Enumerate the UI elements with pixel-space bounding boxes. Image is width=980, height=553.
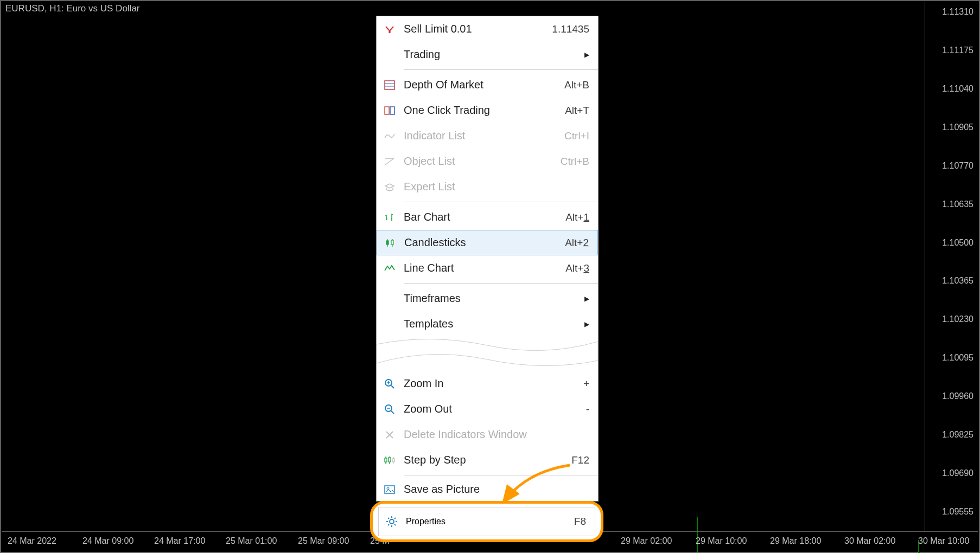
menu-trading[interactable]: Trading ▶ <box>377 42 598 67</box>
menu-shortcut: Alt+2 <box>565 237 589 249</box>
svg-line-6 <box>385 158 394 165</box>
svg-line-23 <box>391 411 394 414</box>
menu-indicator-list: Indicator List Ctrl+I <box>377 123 598 149</box>
menu-sell-limit[interactable]: Sell Limit 0.01 1.11435 <box>377 16 598 42</box>
menu-save-as-picture[interactable]: Save as Picture <box>377 478 598 501</box>
chart-title: EURUSD, H1: Euro vs US Dollar <box>5 3 140 14</box>
time-tick: 29 Mar 10:00 <box>696 536 747 546</box>
svg-line-19 <box>391 385 394 388</box>
chart-window: EURUSD, H1: Euro vs US Dollar 1.113101.1… <box>0 0 980 553</box>
menu-shortcut: Alt+1 <box>565 211 589 223</box>
price-tick: 1.10905 <box>942 123 973 132</box>
time-tick: 29 Mar 18:00 <box>770 536 821 546</box>
time-tick: 24 Mar 09:00 <box>82 536 133 546</box>
price-tick: 1.10770 <box>942 161 973 171</box>
menu-line-chart[interactable]: Line Chart Alt+3 <box>377 255 598 281</box>
object-list-icon <box>382 154 397 169</box>
menu-label: Indicator List <box>404 130 564 142</box>
menu-label: Candlesticks <box>404 236 565 249</box>
menu-depth-of-market[interactable]: Depth Of Market Alt+B <box>377 72 598 98</box>
price-axis: 1.113101.111751.110401.109051.107701.106… <box>925 2 978 531</box>
blank-icon <box>382 291 397 306</box>
svg-rect-17 <box>391 240 393 245</box>
menu-shortcut: Ctrl+I <box>564 130 589 142</box>
price-tick: 1.10095 <box>942 353 973 363</box>
menu-separator <box>404 283 598 284</box>
menu-zoom-out[interactable]: Zoom Out - <box>377 396 598 422</box>
menu-label: Templates <box>404 318 584 330</box>
submenu-arrow-icon: ▶ <box>584 320 589 328</box>
time-tick: 25 Mar 01:00 <box>226 536 277 546</box>
menu-candlesticks[interactable]: Candlesticks Alt+2 <box>377 230 598 255</box>
price-tick: 1.10230 <box>942 314 973 324</box>
menu-timeframes[interactable]: Timeframes ▶ <box>377 286 598 311</box>
menu-shortcut: Alt+3 <box>565 262 589 274</box>
chart-context-menu: Sell Limit 0.01 1.11435 Trading ▶ Depth … <box>376 16 599 501</box>
menu-label: Sell Limit 0.01 <box>404 23 552 35</box>
menu-templates[interactable]: Templates ▶ <box>377 311 598 337</box>
menu-shortcut: Ctrl+B <box>561 156 589 168</box>
blank-icon <box>382 47 397 62</box>
menu-label: Object List <box>404 155 561 168</box>
menu-label: Step by Step <box>404 454 571 466</box>
menu-bar-chart[interactable]: Bar Chart Alt+1 <box>377 204 598 230</box>
menu-label: One Click Trading <box>404 104 565 117</box>
menu-label: Save as Picture <box>404 483 589 496</box>
menu-zoom-in[interactable]: Zoom In + <box>377 371 598 396</box>
svg-rect-1 <box>385 81 394 89</box>
price-tick: 1.10365 <box>942 276 973 286</box>
time-axis: 24 Mar 202224 Mar 09:0024 Mar 17:0025 Ma… <box>2 531 978 551</box>
svg-rect-5 <box>390 107 394 114</box>
menu-separator <box>404 202 598 202</box>
blank-icon <box>382 317 397 332</box>
price-tick: 1.09825 <box>942 430 973 440</box>
svg-rect-15 <box>386 241 389 245</box>
svg-point-34 <box>387 487 389 490</box>
expert-list-icon <box>382 179 397 195</box>
zoom-in-icon <box>382 376 397 391</box>
save-picture-icon <box>382 482 397 497</box>
delete-icon <box>382 427 397 442</box>
line-chart-icon <box>382 261 397 276</box>
menu-label: Zoom Out <box>404 403 586 415</box>
menu-step-by-step[interactable]: Step by Step F12 <box>377 447 598 473</box>
svg-rect-28 <box>385 458 387 462</box>
menu-label: Bar Chart <box>404 211 565 223</box>
indicator-list-icon <box>382 128 397 144</box>
menu-delete-indicators-window: Delete Indicators Window <box>377 422 598 447</box>
menu-label: Trading <box>404 48 584 61</box>
menu-shortcut: F12 <box>571 454 589 466</box>
menu-price: 1.11435 <box>552 23 589 35</box>
menu-object-list: Object List Ctrl+B <box>377 149 598 174</box>
menu-label: Zoom In <box>404 377 583 390</box>
price-tick: 1.09555 <box>942 507 973 517</box>
submenu-arrow-icon: ▶ <box>584 51 589 59</box>
price-tick: 1.10500 <box>942 238 973 248</box>
time-tick: 30 Mar 10:00 <box>918 536 969 546</box>
price-tick: 1.11175 <box>942 46 973 55</box>
depth-of-market-icon <box>382 78 397 93</box>
menu-one-click-trading[interactable]: One Click Trading Alt+T <box>377 98 598 123</box>
menu-shortcut: + <box>583 378 589 390</box>
menu-omitted-gap <box>377 333 598 371</box>
menu-shortcut: Alt+T <box>565 105 589 117</box>
menu-label: Line Chart <box>404 262 565 274</box>
price-tick: 1.09690 <box>942 468 973 478</box>
bar-chart-icon <box>382 210 397 225</box>
sell-limit-icon <box>382 22 397 37</box>
price-tick: 1.11310 <box>942 7 973 17</box>
menu-label: Delete Indicators Window <box>404 428 589 441</box>
price-tick: 1.09960 <box>942 391 973 401</box>
time-tick: 30 Mar 02:00 <box>844 536 895 546</box>
menu-expert-list: Expert List <box>377 174 598 200</box>
time-tick: 24 Mar 2022 <box>8 536 56 546</box>
svg-rect-4 <box>385 107 389 114</box>
svg-rect-32 <box>392 459 394 462</box>
time-tick: 24 Mar 17:00 <box>154 536 205 546</box>
menu-shortcut: - <box>586 403 589 415</box>
candlesticks-icon <box>383 235 398 250</box>
menu-separator <box>404 475 598 475</box>
price-tick: 1.11040 <box>942 84 973 94</box>
submenu-arrow-icon: ▶ <box>584 295 589 303</box>
step-by-step-icon <box>382 453 397 468</box>
